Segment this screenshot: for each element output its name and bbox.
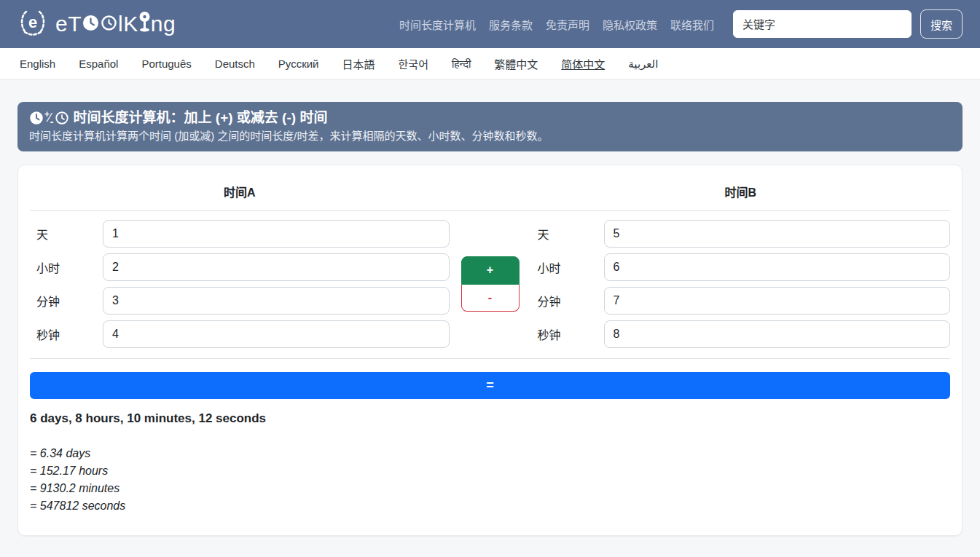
lang-korean[interactable]: 한국어 — [399, 56, 428, 71]
time-a-days-row: 天 — [30, 220, 450, 248]
days-label: 天 — [30, 225, 103, 242]
main-content: +⁄- 时间长度计算机：加上 (+) 或减去 (-) 时间 时间长度计算机计算两… — [0, 80, 980, 536]
lang-hindi[interactable]: हिन्दी — [452, 58, 471, 71]
seconds-label: 秒钟 — [531, 325, 604, 343]
page-title: +⁄- 时间长度计算机：加上 (+) 或减去 (-) 时间 — [29, 108, 951, 127]
clock-plus-minus-clock-icon: +⁄- — [29, 111, 69, 125]
nav-item-terms-of-service[interactable]: 服务条款 — [489, 17, 533, 32]
site-logo[interactable]: e eT lK — [17, 7, 176, 41]
time-a-days-input[interactable] — [103, 220, 450, 248]
hours-label: 小时 — [30, 258, 103, 276]
minutes-label: 分钟 — [531, 292, 604, 309]
lang-traditional-chinese[interactable]: 繁體中文 — [494, 56, 538, 71]
lang-japanese[interactable]: 日本語 — [342, 56, 375, 71]
minutes-label: 分钟 — [30, 292, 103, 309]
lang-portugues[interactable]: Português — [141, 58, 191, 70]
time-a-minutes-input[interactable] — [103, 287, 450, 315]
laurel-wreath-emblem-icon: e — [17, 7, 48, 41]
days-label: 天 — [531, 225, 604, 242]
time-a-header: 时间A — [30, 175, 450, 210]
lang-deutsch[interactable]: Deutsch — [215, 58, 255, 70]
clock-outline-icon — [100, 12, 118, 36]
lang-simplified-chinese-active[interactable]: 简体中文 — [561, 56, 605, 71]
language-bar: English Español Português Deutsch Русски… — [0, 48, 980, 80]
result-hours: = 152.17 hours — [30, 462, 950, 480]
result-days: = 6.34 days — [30, 445, 950, 462]
time-a-seconds-input[interactable] — [103, 320, 450, 348]
lang-espanol[interactable]: Español — [79, 58, 118, 70]
operator-cell: + - — [450, 220, 531, 348]
map-pin-icon — [138, 11, 151, 38]
lang-english[interactable]: English — [20, 58, 55, 70]
seconds-label: 秒钟 — [30, 325, 103, 343]
main-nav: 时间长度计算机 服务条款 免责声明 隐私权政策 联络我们 — [399, 17, 714, 32]
time-a-seconds-row: 秒钟 — [30, 320, 450, 348]
time-b-hours-input[interactable] — [604, 253, 951, 281]
top-header: e eT lK — [0, 0, 980, 48]
lang-arabic[interactable]: العربية — [628, 58, 658, 71]
time-b-hours-row: 小时 — [531, 253, 951, 281]
hero-banner: +⁄- 时间长度计算机：加上 (+) 或减去 (-) 时间 时间长度计算机计算两… — [17, 102, 963, 151]
nav-item-time-duration-calculator[interactable]: 时间长度计算机 — [399, 17, 476, 32]
search-input[interactable] — [733, 10, 912, 38]
time-b-column: 天 小时 分钟 秒钟 — [531, 220, 951, 348]
time-b-seconds-input[interactable] — [604, 320, 951, 348]
add-operator-button[interactable]: + — [461, 256, 520, 285]
page-footer: © 2025 eToolKing | f — [0, 536, 980, 557]
nav-item-contact-us[interactable]: 联络我们 — [670, 17, 714, 32]
equals-calculate-button[interactable]: = — [30, 372, 950, 399]
result-minutes: = 9130.2 minutes — [30, 480, 950, 497]
clock-filled-icon — [82, 12, 100, 36]
logo-wordmark: eT lK — [55, 11, 176, 38]
result-seconds: = 547812 seconds — [30, 497, 950, 515]
time-a-hours-row: 小时 — [30, 253, 450, 281]
time-b-days-row: 天 — [531, 220, 951, 248]
page-subtitle: 时间长度计算机计算两个时间 (加或减) 之间的时间长度/时差，来计算相隔的天数、… — [29, 128, 951, 144]
time-b-minutes-row: 分钟 — [531, 287, 951, 315]
time-a-minutes-row: 分钟 — [30, 287, 450, 315]
time-b-days-input[interactable] — [604, 220, 951, 248]
lang-russian[interactable]: Русский — [278, 58, 319, 70]
result-summary: 6 days, 8 hours, 10 minutes, 12 seconds — [30, 411, 950, 426]
rows-bottom-divider — [30, 358, 950, 359]
subtract-operator-button[interactable]: - — [461, 285, 520, 312]
time-a-hours-input[interactable] — [103, 253, 450, 281]
hours-label: 小时 — [531, 258, 604, 276]
time-a-column: 天 小时 分钟 秒钟 — [30, 220, 450, 348]
nav-item-privacy-policy[interactable]: 隐私权政策 — [603, 17, 657, 32]
result-conversions: = 6.34 days = 152.17 hours = 9130.2 minu… — [30, 445, 950, 515]
search-button[interactable]: 搜索 — [920, 9, 963, 39]
time-b-header: 时间B — [531, 175, 951, 210]
search-box: 搜索 — [733, 9, 963, 39]
svg-text:e: e — [28, 13, 37, 31]
time-b-minutes-input[interactable] — [604, 287, 951, 315]
time-b-seconds-row: 秒钟 — [531, 320, 951, 348]
calculator-card: 时间A 时间B 天 小时 分钟 秒钟 — [17, 165, 963, 536]
nav-item-disclaimer[interactable]: 免责声明 — [546, 17, 589, 32]
